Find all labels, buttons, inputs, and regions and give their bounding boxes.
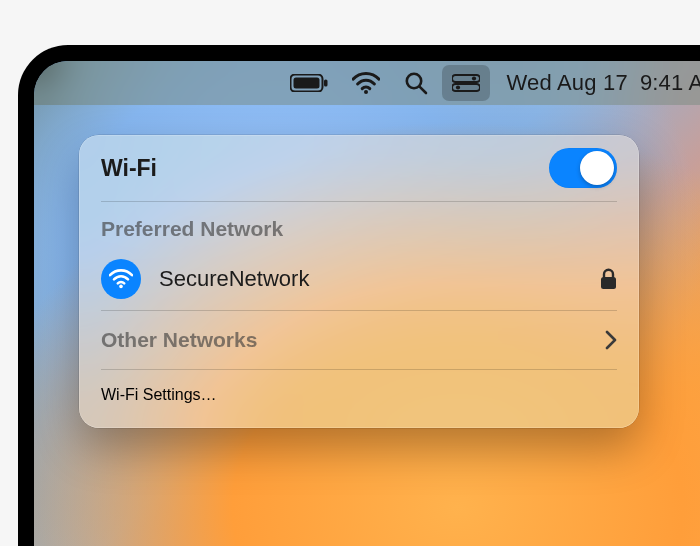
menu-bar-date: Wed Aug 17 — [506, 70, 627, 96]
svg-point-3 — [364, 90, 368, 94]
wifi-panel: Wi-Fi Preferred Network — [79, 135, 639, 428]
control-center-icon — [452, 74, 480, 92]
svg-rect-2 — [324, 80, 328, 87]
wifi-toggle[interactable] — [549, 148, 617, 188]
spotlight-menu-item[interactable] — [392, 61, 440, 105]
svg-rect-11 — [601, 277, 616, 289]
svg-rect-1 — [294, 78, 320, 89]
other-networks-row[interactable]: Other Networks — [101, 311, 617, 369]
wifi-settings-label: Wi-Fi Settings… — [101, 386, 217, 404]
svg-point-9 — [456, 85, 460, 89]
wifi-menu-item[interactable] — [340, 61, 392, 105]
menu-bar-time: 9:41 AM — [640, 70, 700, 96]
preferred-network-heading: Preferred Network — [101, 217, 283, 241]
search-icon — [404, 71, 428, 95]
network-name: SecureNetwork — [159, 266, 309, 292]
battery-icon — [290, 74, 328, 92]
wifi-panel-title: Wi-Fi — [101, 155, 157, 182]
svg-point-10 — [119, 285, 123, 289]
screen: Wed Aug 17 9:41 AM Wi-Fi Preferred Netwo… — [34, 61, 700, 546]
menu-bar-clock[interactable]: Wed Aug 17 9:41 AM — [492, 70, 700, 96]
control-center-menu-item[interactable] — [442, 65, 490, 101]
other-networks-label: Other Networks — [101, 328, 257, 352]
lock-icon — [600, 268, 617, 290]
chevron-right-icon — [605, 330, 617, 350]
svg-point-7 — [472, 76, 476, 80]
svg-line-5 — [420, 87, 426, 93]
wifi-icon — [352, 72, 380, 94]
menu-bar: Wed Aug 17 9:41 AM — [34, 61, 700, 105]
wifi-connected-icon — [101, 259, 141, 299]
wifi-settings-row[interactable]: Wi-Fi Settings… — [101, 370, 617, 428]
network-row[interactable]: SecureNetwork — [101, 248, 617, 310]
battery-menu-item[interactable] — [278, 61, 340, 105]
device-frame: Wed Aug 17 9:41 AM Wi-Fi Preferred Netwo… — [18, 45, 700, 546]
